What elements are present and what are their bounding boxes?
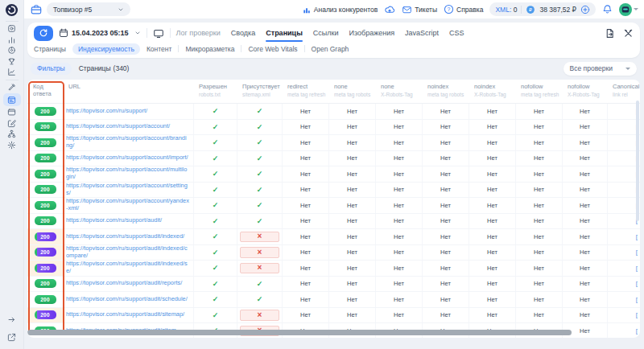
status-code-badge[interactable]: 200 [35, 107, 56, 116]
cell-url: https://topvisor.com/ru/support/ [63, 104, 193, 119]
column-header-3[interactable]: Разрешенrobots.txt [193, 80, 237, 103]
bell-icon[interactable] [602, 4, 613, 14]
url-link[interactable]: https://topvisor.com/ru/support/account/… [66, 154, 188, 162]
cell-robots: ✓ [193, 104, 237, 119]
cell-value-2: Нет [328, 245, 375, 261]
tab-ссылки[interactable]: Ссылки [313, 24, 339, 42]
chevron-down-icon[interactable] [134, 30, 141, 36]
url-link[interactable]: https://topvisor.com/ru/support/audit/in… [66, 245, 189, 260]
url-link[interactable]: https://topvisor.com/ru/support/audit/re… [66, 280, 182, 287]
sidebar-item-projects[interactable] [3, 23, 21, 35]
cell-value-1: Нет [282, 151, 328, 166]
status-code-badge[interactable]: 200 [35, 138, 56, 147]
project-selector[interactable]: Топвизор #5 [47, 2, 130, 16]
column-header-10[interactable]: nofollowmeta tag refresh [515, 80, 562, 103]
subtab-open-graph[interactable]: Open Graph [312, 45, 349, 53]
filters-button[interactable]: Фильтры [31, 63, 72, 75]
url-link[interactable]: https://topvisor.com/ru/support/audit/ [66, 217, 162, 224]
help-button[interactable]: ? Справка [444, 4, 483, 14]
sidebar-item-settings[interactable] [3, 140, 21, 151]
subtab-страницы[interactable]: Страницы [34, 45, 66, 53]
check-icon: ✓ [257, 217, 263, 225]
competitors-analysis-button[interactable]: Анализ конкурентов [302, 5, 378, 14]
tab-javascript[interactable]: JavaScript [405, 24, 439, 42]
xml-limits[interactable]: XML: 0 [495, 6, 517, 14]
tab-css[interactable]: CSS [449, 24, 464, 42]
topvisor-logo-icon[interactable] [5, 3, 19, 17]
sidebar-item-top[interactable] [3, 56, 21, 68]
checks-dropdown-value: Все проверки [570, 64, 613, 72]
status-code-badge[interactable]: 200 [35, 310, 56, 319]
status-code-badge[interactable]: 200 [35, 248, 56, 257]
sidebar-item-notes[interactable] [3, 118, 21, 129]
tab-лог-проверки[interactable]: Лог проверки [176, 24, 221, 42]
tickets-button[interactable]: Тикеты [402, 5, 437, 14]
status-code-badge[interactable]: 200 [35, 264, 56, 273]
sidebar-item-keywords[interactable] [3, 45, 21, 56]
column-header-9[interactable]: noindexX-Robots-Tag [469, 80, 515, 103]
tools-icon[interactable] [623, 28, 634, 39]
column-header-8[interactable]: noindexmeta tag robots [422, 80, 469, 103]
sidebar-item-snippets[interactable] [3, 107, 21, 118]
status-code-badge[interactable]: 200 [35, 295, 56, 304]
column-header-2[interactable]: URL [63, 80, 193, 103]
sidebar-item-audit[interactable] [3, 93, 21, 106]
subtab-индексируемость[interactable]: Индексируемость [72, 43, 140, 55]
cell-value-7: Нет [562, 229, 607, 244]
column-subtitle: meta tag refresh [521, 92, 560, 99]
status-code-badge[interactable]: 200 [35, 232, 56, 241]
url-link[interactable]: https://topvisor.com/ru/support/ [66, 108, 147, 115]
tab-изображения[interactable]: Изображения [349, 24, 395, 42]
cell-url: https://topvisor.com/ru/support/audit/in… [63, 261, 193, 276]
column-header-1[interactable]: Код ответа [27, 80, 63, 103]
sidebar-external-link[interactable] [3, 332, 21, 343]
sidebar-item-positions[interactable] [3, 35, 21, 46]
tab-сводка[interactable]: Сводка [231, 24, 255, 42]
recheck-button[interactable] [34, 26, 53, 41]
sidebar-item-summary[interactable] [3, 67, 21, 78]
url-link[interactable]: https://topvisor.com/ru/support/audit/sc… [66, 296, 188, 303]
url-link[interactable]: https://topvisor.com/ru/support/audit/si… [66, 311, 184, 318]
checks-dropdown[interactable]: Все проверки [564, 62, 637, 76]
url-link[interactable]: https://topvisor.com/ru/support/account/… [66, 166, 189, 181]
status-code-badge[interactable]: 200 [35, 170, 56, 179]
user-menu[interactable] [619, 3, 638, 16]
tab-страницы[interactable]: Страницы [266, 24, 303, 42]
status-code-badge[interactable]: 200 [35, 154, 56, 162]
url-link[interactable]: https://topvisor.com/ru/support/audit/in… [66, 233, 184, 240]
column-header-5[interactable]: redirectmeta tag refresh [282, 80, 328, 103]
subtabs-row: СтраницыИндексируемостьКонтентМикроразме… [34, 42, 634, 55]
export-report-icon[interactable] [605, 28, 615, 39]
column-header-7[interactable]: noneX-Robots-Tag [375, 80, 422, 103]
horizontal-scrollbar[interactable] [27, 330, 572, 335]
url-link[interactable]: https://topvisor.com/ru/support/audit/in… [66, 261, 189, 275]
column-header-6[interactable]: nonemeta tag robots [328, 80, 375, 103]
status-code-badge[interactable]: 200 [35, 201, 56, 210]
plus-circle-icon[interactable] [580, 5, 590, 14]
sidebar-item-bids[interactable] [3, 82, 21, 93]
url-link[interactable]: https://topvisor.com/ru/support/account/… [66, 198, 189, 212]
status-code-badge[interactable]: 200 [35, 122, 56, 131]
cell-value-6: Нет [515, 183, 562, 198]
status-code-badge[interactable]: 200 [35, 279, 56, 288]
column-header-11[interactable]: nofollowX-Robots-Tag [562, 80, 607, 103]
subtab-core-web-vitals[interactable]: Core Web Vitals [248, 45, 297, 53]
sidebar-collapse-button[interactable] [3, 314, 21, 326]
check-date-selector[interactable]: 15.04.2023 05:15 [59, 28, 129, 38]
check-icon: ✓ [257, 280, 263, 288]
url-link[interactable]: https://topvisor.com/ru/support/account/… [66, 135, 189, 150]
subtab-микроразметка[interactable]: Микроразметка [185, 45, 234, 53]
subtab-контент[interactable]: Контент [147, 45, 172, 53]
cell-value-7: Нет [562, 308, 607, 323]
vertical-scrollbar[interactable] [636, 101, 639, 221]
sidebar-item-structure[interactable] [3, 129, 21, 140]
status-code-badge[interactable]: 200 [35, 216, 56, 225]
column-header-12[interactable]: Canonicallink rel [607, 80, 640, 103]
monitor-icon[interactable] [153, 28, 164, 39]
url-link[interactable]: https://topvisor.com/ru/support/account/… [66, 183, 189, 197]
balance-value[interactable]: 38 387,52 ₽ [539, 6, 576, 14]
status-code-badge[interactable]: 200 [35, 185, 56, 194]
cloud-upload-icon[interactable] [384, 4, 395, 14]
url-link[interactable]: https://topvisor.com/ru/support/account/ [66, 123, 170, 130]
column-header-4[interactable]: Присутствуетsitemap.xml [237, 80, 282, 103]
